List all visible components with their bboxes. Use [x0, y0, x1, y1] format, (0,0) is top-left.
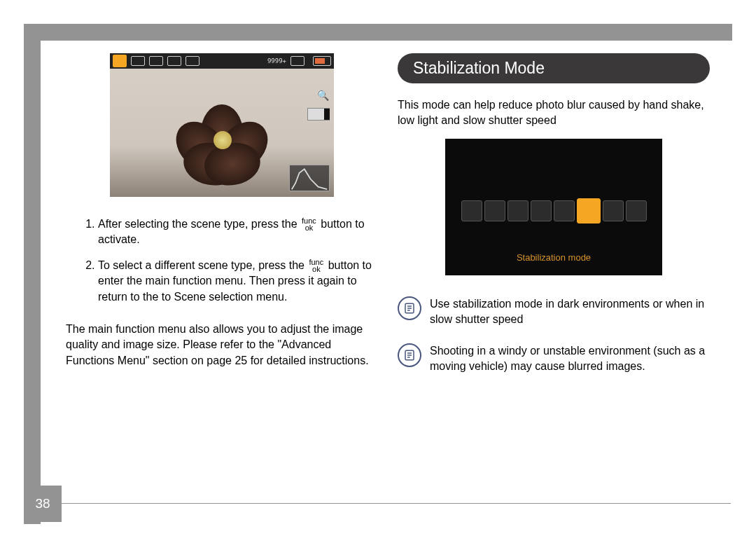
camera-preview-screenshot: 9999+ 🔍: [110, 53, 334, 197]
zoom-scale-icon: [307, 108, 330, 121]
instruction-step: After selecting the scene type, press th…: [98, 216, 378, 248]
mode-label: Stabilization mode: [445, 252, 662, 263]
footer-rule: [41, 503, 731, 504]
body-paragraph: The main function menu also allows you t…: [66, 322, 378, 369]
note-block: Use stabilization mode in dark environme…: [398, 296, 710, 328]
mode-thumb-icon: [603, 200, 624, 221]
mode-icon-row: [445, 200, 662, 224]
resolution-icon: [167, 56, 181, 66]
histogram-overlay: [289, 165, 330, 191]
instruction-step: To select a different scene type, press …: [98, 258, 378, 305]
section-heading: Stabilization Mode: [398, 53, 710, 83]
intro-paragraph: This mode can help reduce photo blur cau…: [398, 97, 710, 129]
mode-thumb-icon: [531, 200, 552, 221]
mode-thumb-icon: [461, 200, 482, 221]
func-ok-icon: funcok: [302, 218, 316, 232]
magnify-icon: 🔍: [316, 90, 330, 104]
note-text: Shooting in a windy or unstable environm…: [430, 343, 710, 375]
exposure-icon: [149, 56, 163, 66]
card-icon: [186, 56, 200, 66]
instruction-list: After selecting the scene type, press th…: [66, 216, 378, 305]
step-text-pre: After selecting the scene type, press th…: [98, 218, 300, 230]
mode-thumb-icon: [626, 200, 647, 221]
note-icon: [398, 343, 421, 367]
stabilization-mode-icon: [577, 198, 601, 224]
page-number: 38: [24, 486, 62, 522]
camera-topbar: 9999+: [110, 53, 334, 69]
flower-illustration: [173, 97, 271, 181]
shots-remaining: 9999+: [267, 57, 286, 64]
mode-selection-screenshot: Stabilization mode: [445, 139, 662, 275]
focus-icon: [131, 56, 145, 66]
note-text: Use stabilization mode in dark environme…: [430, 296, 710, 328]
battery-icon: [313, 56, 331, 66]
scene-mode-icon: [113, 55, 127, 67]
mode-thumb-icon: [554, 200, 575, 221]
step-text-pre: To select a different scene type, press …: [98, 259, 307, 271]
camera-preview-image: 🔍: [110, 69, 334, 197]
func-ok-icon: funcok: [309, 259, 323, 273]
mode-thumb-icon: [507, 200, 528, 221]
note-icon: [398, 296, 421, 320]
note-block: Shooting in a windy or unstable environm…: [398, 343, 710, 375]
mode-thumb-icon: [484, 200, 505, 221]
memory-icon: [290, 56, 304, 66]
